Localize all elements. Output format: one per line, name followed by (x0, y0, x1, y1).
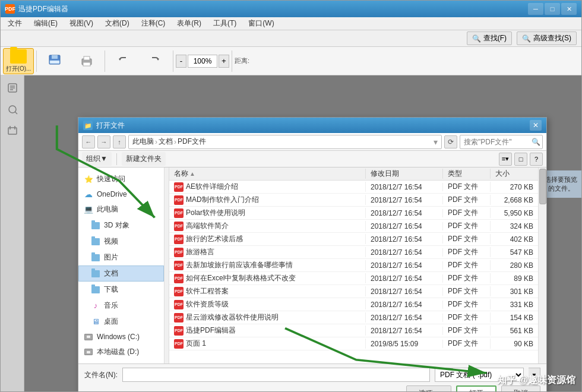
zoom-input[interactable] (188, 55, 217, 68)
nav-music[interactable]: ♪ 音乐 (78, 298, 164, 314)
toolbar: 打开(O)... (1, 47, 581, 75)
filename-row: 文件名(N): PDF 文档 (*.pdf) ▼ (84, 368, 540, 382)
menu-annotate[interactable]: 注释(C) (137, 17, 170, 30)
redo-icon (147, 54, 163, 68)
pdf-icon: PDF (174, 248, 184, 257)
search-bar: 🔍 查找(F) 🔍 高级查找(S) (1, 30, 581, 47)
view-new-button[interactable]: □ (514, 153, 527, 166)
col-date-label: 修改日期 (371, 169, 399, 178)
addr-forward-button[interactable]: → (97, 135, 110, 148)
addr-up-button[interactable]: ↑ (113, 135, 126, 148)
nav-scrollbar[interactable] (165, 167, 169, 363)
menu-doc[interactable]: 文档(D) (100, 17, 134, 30)
col-size-label: 大小 (495, 169, 510, 178)
view-options-button[interactable]: ≡▾ (499, 153, 512, 166)
advanced-find-button[interactable]: 🔍 高级查找(S) (517, 31, 577, 45)
open-button[interactable]: 打开(O)... (3, 48, 34, 74)
addr-path-part2[interactable]: 文档 (159, 137, 173, 147)
cancel-button[interactable]: 取消 (501, 385, 540, 391)
minimize-button[interactable]: ─ (528, 3, 543, 15)
nav-windows-c[interactable]: Windows (C:) (78, 330, 164, 344)
save-button[interactable] (39, 48, 70, 74)
nav-this-pc[interactable]: 💻 此电脑 (78, 201, 164, 217)
pdf-icon: PDF (174, 326, 184, 336)
nav-documents[interactable]: 文档 (78, 265, 164, 282)
file-type: PDF 文件 (443, 286, 491, 296)
maximize-button[interactable]: □ (545, 3, 560, 15)
col-header-size[interactable]: 大小 (491, 169, 538, 179)
zoom-out-button[interactable]: - (176, 55, 186, 68)
close-button[interactable]: ✕ (561, 3, 577, 15)
file-row[interactable]: PDF 如何在Excel中复制表格格式不改变 2018/12/7 16:54 P… (169, 272, 538, 285)
buttons-row: 选项... 打开 取消 (84, 385, 540, 391)
file-row[interactable]: PDF 去新加坡旅行前应该准备哪些事情 2018/12/7 16:54 PDF … (169, 259, 538, 272)
col-header-type[interactable]: 类型 (443, 169, 491, 179)
save-icon (46, 53, 63, 68)
file-row[interactable]: PDF AE软件详细介绍 2018/12/7 16:54 PDF 文件 270 … (169, 181, 538, 194)
file-date: 2018/12/7 16:54 (366, 222, 443, 230)
redo-button[interactable] (140, 48, 170, 74)
col-name-label: 名称 (174, 169, 188, 179)
zoom-in-button[interactable]: + (219, 55, 229, 68)
file-row[interactable]: PDF Polar软件使用说明 2018/12/7 16:54 PDF 文件 5… (169, 207, 538, 220)
file-row[interactable]: PDF 页面 1 2019/8/5 15:09 PDF 文件 90 KB (169, 337, 538, 350)
open-file-button[interactable]: 打开 (456, 385, 496, 391)
nav-videos[interactable]: 视频 (78, 233, 164, 249)
print-button[interactable] (71, 48, 102, 74)
addr-search-input[interactable] (460, 135, 543, 149)
file-size: 402 KB (491, 235, 538, 244)
title-bar: PDF 迅捷PDF编辑器 ─ □ ✕ (1, 1, 581, 17)
options-button[interactable]: 选项... (406, 385, 451, 391)
filename-input[interactable] (122, 368, 430, 382)
nav-3d-objects[interactable]: 3D 对象 (78, 217, 164, 233)
addr-refresh-button[interactable]: ⟳ (444, 135, 457, 148)
addr-back-button[interactable]: ← (82, 135, 95, 148)
file-row[interactable]: PDF 软件工程答案 2018/12/7 16:54 PDF 文件 301 KB (169, 285, 538, 298)
menu-file[interactable]: 文件 (3, 17, 27, 30)
file-type: PDF 文件 (443, 312, 491, 323)
file-row[interactable]: PDF 星云游戏修改器软件使用说明 2018/12/7 16:54 PDF 文件… (169, 311, 538, 324)
menu-view[interactable]: 视图(V) (65, 17, 98, 30)
nav-quick-access-label: 快速访问 (97, 174, 125, 184)
addr-search-wrap: 🔍 (460, 135, 543, 149)
menu-window[interactable]: 窗口(W) (243, 17, 279, 30)
file-row[interactable]: PDF 高端软件简介 2018/12/7 16:54 PDF 文件 324 KB (169, 220, 538, 233)
file-row[interactable]: PDF 软件资质等级 2018/12/7 16:54 PDF 文件 331 KB (169, 298, 538, 311)
dialog-overlay: 📁 打开文件 ✕ ← → ↑ 此电脑 › 文档 › PDF文件 ▾ (1, 75, 581, 391)
file-row[interactable]: PDF 迅捷PDF编辑器 2018/12/7 16:54 PDF 文件 561 … (169, 324, 538, 337)
organize-button[interactable]: 组织▼ (82, 152, 112, 166)
addr-path-part1[interactable]: 此电脑 (132, 137, 154, 147)
col-header-name[interactable]: 名称 ▲ (169, 169, 366, 179)
pdf-icon: PDF (174, 208, 184, 218)
file-row[interactable]: PDF 旅游格言 2018/12/7 16:54 PDF 文件 547 KB (169, 246, 538, 259)
dialog-title-icon: 📁 (83, 121, 93, 130)
nav-pictures[interactable]: 图片 (78, 249, 164, 265)
file-row[interactable]: PDF 旅行的艺术读后感 2018/12/7 16:54 PDF 文件 402 … (169, 233, 538, 246)
nav-downloads[interactable]: 下载 (78, 282, 164, 298)
addr-dropdown-arrow[interactable]: ▾ (434, 137, 438, 147)
addr-path-part3[interactable]: PDF文件 (178, 137, 206, 147)
nav-local-d[interactable]: 本地磁盘 (D:) (78, 344, 164, 360)
nav-quick-access[interactable]: ⭐ 快速访问 (78, 171, 164, 187)
new-folder-button[interactable]: 新建文件夹 (122, 152, 166, 166)
addr-search-icon: 🔍 (532, 138, 540, 146)
find-button[interactable]: 🔍 查找(F) (467, 31, 512, 45)
nav-videos-label: 视频 (104, 236, 118, 246)
col-header-date[interactable]: 修改日期 (366, 169, 443, 179)
filelist-scrollbar[interactable] (538, 167, 546, 363)
filetype-dropdown-button[interactable]: ▼ (529, 368, 540, 382)
menu-edit[interactable]: 编辑(E) (29, 17, 62, 30)
local-d-icon (84, 348, 93, 356)
nav-desktop[interactable]: 🖥 桌面 (78, 314, 164, 330)
svg-rect-2 (50, 61, 59, 64)
undo-button[interactable] (107, 48, 138, 74)
menu-tools[interactable]: 工具(T) (208, 17, 241, 30)
filetype-select[interactable]: PDF 文档 (*.pdf) (435, 368, 524, 382)
help-button[interactable]: ? (530, 153, 543, 166)
dialog-close-button[interactable]: ✕ (530, 120, 542, 131)
nav-onedrive[interactable]: ☁ OneDrive (78, 187, 164, 201)
organize-label: 组织▼ (86, 154, 107, 164)
menu-form[interactable]: 表单(R) (172, 17, 206, 30)
file-row[interactable]: PDF MAD制作软件入门介绍 2018/12/7 16:54 PDF 文件 2… (169, 194, 538, 207)
file-type: PDF 文件 (443, 339, 491, 349)
